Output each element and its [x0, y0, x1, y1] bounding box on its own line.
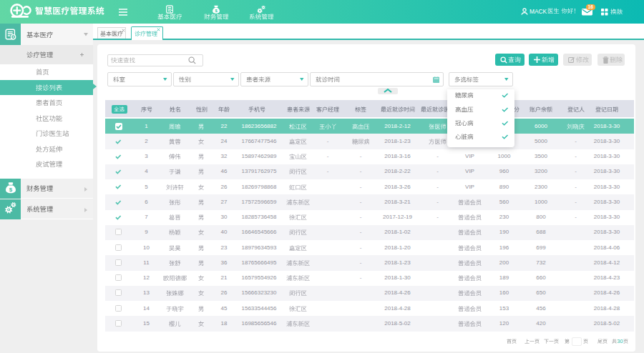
svg-text:$: $: [9, 187, 12, 193]
